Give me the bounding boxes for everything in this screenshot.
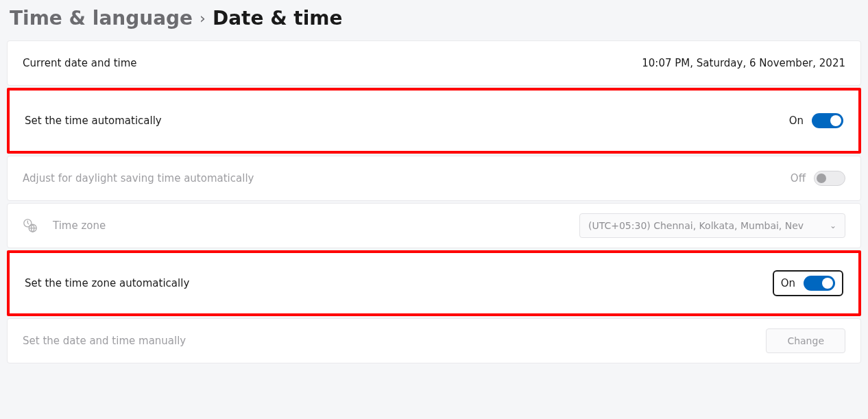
dst-state: Off: [791, 172, 806, 184]
manual-datetime-row: Set the date and time manually Change: [7, 318, 861, 363]
timezone-select: (UTC+05:30) Chennai, Kolkata, Mumbai, Ne…: [579, 213, 845, 238]
highlight-auto-time: Set the time automatically On: [7, 88, 861, 154]
breadcrumb-parent[interactable]: Time & language: [10, 7, 193, 29]
dst-row: Adjust for daylight saving time automati…: [7, 156, 861, 201]
settings-panel: Current date and time 10:07 PM, Saturday…: [7, 40, 861, 363]
auto-timezone-row: Set the time zone automatically On: [10, 253, 858, 313]
toggle-switch-icon: [804, 276, 835, 291]
chevron-down-icon: ⌄: [830, 221, 836, 230]
auto-timezone-toggle[interactable]: On: [773, 270, 843, 296]
chevron-right-icon: ›: [200, 10, 206, 27]
current-datetime-row: Current date and time 10:07 PM, Saturday…: [7, 40, 861, 86]
manual-datetime-label: Set the date and time manually: [23, 335, 186, 347]
current-datetime-label: Current date and time: [23, 57, 137, 69]
timezone-label: Time zone: [53, 219, 106, 232]
highlight-auto-timezone: Set the time zone automatically On: [7, 250, 861, 316]
toggle-switch-icon: [814, 171, 845, 186]
current-datetime-value: 10:07 PM, Saturday, 6 November, 2021: [642, 57, 845, 69]
auto-timezone-label: Set the time zone automatically: [25, 277, 189, 289]
breadcrumb-current: Date & time: [213, 7, 343, 29]
toggle-switch-icon: [812, 113, 843, 128]
timezone-row: Time zone (UTC+05:30) Chennai, Kolkata, …: [7, 203, 861, 248]
auto-time-label: Set the time automatically: [25, 115, 162, 127]
dst-toggle: Off: [791, 171, 845, 186]
globe-clock-icon: [23, 218, 38, 233]
breadcrumb: Time & language › Date & time: [0, 0, 868, 40]
auto-time-state: On: [789, 115, 804, 127]
timezone-selected: (UTC+05:30) Chennai, Kolkata, Mumbai, Ne…: [588, 220, 804, 231]
auto-time-row: Set the time automatically On: [10, 91, 858, 151]
dst-label: Adjust for daylight saving time automati…: [23, 172, 254, 184]
auto-timezone-state: On: [781, 277, 795, 289]
auto-time-toggle[interactable]: On: [789, 113, 843, 128]
change-button: Change: [766, 328, 845, 353]
